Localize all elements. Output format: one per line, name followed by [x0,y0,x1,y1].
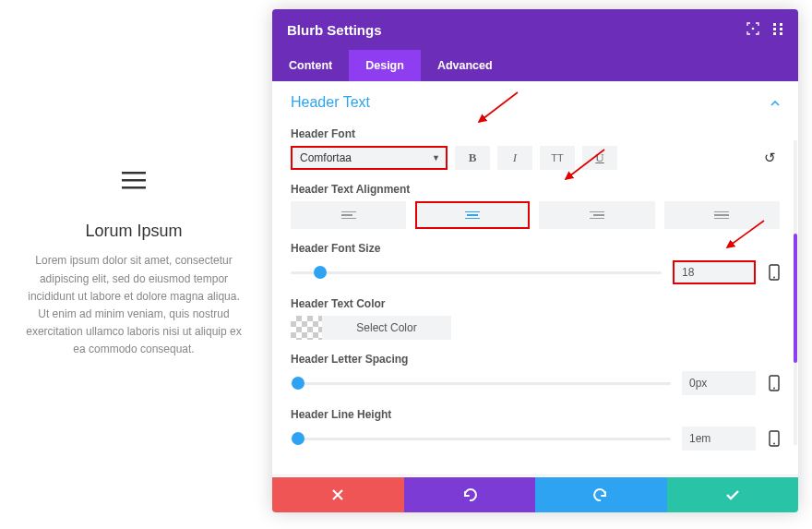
font-size-value[interactable]: 18 [673,260,756,284]
select-color-button[interactable]: Select Color [322,316,451,340]
label-header-letter-spacing: Header Letter Spacing [291,353,780,366]
drag-icon[interactable] [772,22,783,38]
letter-spacing-value[interactable]: 0px [682,371,756,395]
cancel-button[interactable] [272,477,404,512]
color-swatch[interactable] [291,316,322,340]
reset-icon[interactable]: ↺ [764,150,780,166]
field-header-alignment: Header Text Alignment [291,183,780,229]
font-size-slider[interactable] [291,271,662,274]
align-justify-button[interactable] [664,201,780,229]
label-header-font: Header Font [291,127,780,140]
chevron-up-icon [770,96,780,109]
svg-rect-5 [780,23,782,26]
section-header-text-toggle[interactable]: Header Text [272,81,798,120]
hamburger-icon [122,170,146,194]
label-header-text-color: Header Text Color [291,297,780,310]
section-header-text: Header Text Header Font Comfortaa B I TT [272,81,798,475]
blurb-preview: Lorum Ipsum Lorem ipsum dolor sit amet, … [0,0,268,529]
tab-content[interactable]: Content [272,50,349,81]
label-header-alignment: Header Text Alignment [291,183,780,196]
responsive-icon[interactable] [767,375,780,391]
undo-button[interactable] [404,477,536,512]
responsive-icon[interactable] [767,430,780,447]
letter-spacing-slider[interactable] [291,382,671,385]
svg-rect-7 [780,28,782,30]
section-body-text-toggle[interactable]: Body Text [272,475,798,477]
svg-rect-8 [773,32,776,35]
svg-point-11 [773,277,775,279]
tab-advanced[interactable]: Advanced [421,50,509,81]
field-header-font-size: Header Font Size 18 [291,242,780,284]
font-select-value: Comfortaa [300,151,352,164]
svg-point-3 [752,27,755,30]
label-header-line-height: Header Line Height [291,408,780,421]
svg-rect-2 [122,186,146,189]
align-right-button[interactable] [539,201,654,229]
svg-point-13 [773,388,775,390]
line-height-slider[interactable] [291,438,671,440]
expand-icon[interactable] [746,22,759,38]
field-header-font: Header Font Comfortaa B I TT U ↺ [291,127,780,170]
underline-button[interactable]: U [582,146,617,170]
uppercase-button[interactable]: TT [540,146,575,170]
settings-panel: Blurb Settings Content Design Advanced [272,9,798,512]
svg-rect-1 [122,179,146,182]
letter-spacing-handle[interactable] [292,377,304,390]
redo-button[interactable] [535,477,667,512]
save-button[interactable] [667,477,799,512]
preview-text: Lorem ipsum dolor sit amet, consectetur … [0,252,268,358]
section-title: Header Text [291,94,370,111]
tab-design[interactable]: Design [349,50,421,81]
tabs: Content Design Advanced [272,50,798,81]
responsive-icon[interactable] [767,264,780,281]
svg-rect-6 [773,28,776,30]
font-select[interactable]: Comfortaa [291,146,448,170]
align-left-button[interactable] [291,201,406,229]
line-height-handle[interactable] [292,432,304,445]
panel-content: Header Text Header Font Comfortaa B I TT [272,81,798,477]
panel-title: Blurb Settings [287,22,382,38]
svg-rect-0 [122,172,146,174]
svg-rect-4 [773,23,776,26]
font-size-handle[interactable] [314,266,327,279]
svg-point-15 [773,443,775,445]
label-header-font-size: Header Font Size [291,242,780,255]
svg-rect-9 [780,32,782,35]
field-header-letter-spacing: Header Letter Spacing 0px [291,353,780,395]
bold-button[interactable]: B [455,146,490,170]
titlebar: Blurb Settings [272,9,798,50]
line-height-value[interactable]: 1em [682,427,756,451]
section-body-text: Body Text [272,475,798,477]
align-center-button[interactable] [415,201,530,229]
scrollbar-thumb[interactable] [794,234,797,363]
panel-actions [272,477,798,512]
field-header-text-color: Header Text Color Select Color [291,297,780,340]
preview-title: Lorum Ipsum [85,222,182,241]
italic-button[interactable]: I [497,146,532,170]
field-header-line-height: Header Line Height 1em [291,408,780,451]
